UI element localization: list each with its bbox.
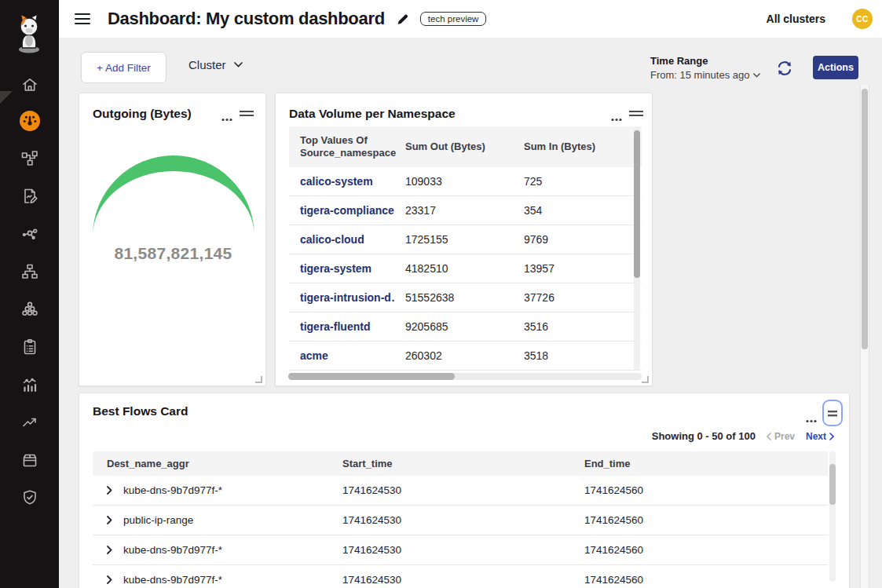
card-title: Outgoing (Bytes) [93,107,192,121]
cluster-group-icon [20,300,39,319]
expand-chevron-icon[interactable] [107,486,112,495]
namespace-link[interactable]: tigera-system [289,262,394,275]
add-filter-button[interactable]: + Add Filter [81,52,167,83]
dest-name: kube-dns-9b7d977f-* [123,484,222,496]
sidebar-item-statistics[interactable] [0,369,59,400]
namespace-link[interactable]: calico-system [289,175,394,188]
sidebar [0,0,59,588]
page-scrollbar-thumb[interactable] [862,89,868,349]
edit-pencil-icon[interactable] [396,13,409,26]
namespace-link[interactable]: tigera-intrusion-d… [289,291,394,304]
chevron-left-icon [767,433,771,440]
end-time: 1741624560 [570,514,828,526]
tech-preview-badge: tech preview [420,12,487,26]
home-icon [20,75,39,94]
gauge-value: 81,587,821,145 [79,244,267,263]
table-row[interactable]: kube-dns-9b7d977f-* 1741624530 174162456… [93,565,828,588]
table-row: acme 260302 3518 [289,341,642,371]
sum-in-value: 3518 [513,349,642,362]
sum-out-value: 260302 [394,349,513,362]
report-edit-icon [20,187,39,206]
table-header-row: Dest_name_aggr Start_time End_time [93,451,828,476]
sidebar-item-dashboards[interactable] [0,105,59,137]
sum-in-value: 37726 [513,291,642,304]
expand-chevron-icon[interactable] [107,516,112,524]
start-time: 1741624530 [328,574,570,586]
table-row[interactable]: kube-dns-9b7d977f-* 1741624530 174162456… [93,476,828,506]
table-row[interactable]: public-ip-range 1741624530 1741624560 [93,506,828,535]
expand-chevron-icon[interactable] [107,546,112,554]
trending-icon [20,413,39,432]
sidebar-item-sitemap[interactable] [0,256,59,287]
namespace-link[interactable]: tigera-compliance [289,204,394,217]
namespace-link[interactable]: acme [289,349,394,362]
dest-name: public-ip-range [123,514,193,526]
table-row: calico-cloud 1725155 9769 [289,225,642,254]
card-menu-button[interactable] [805,412,818,426]
column-header-start: Start_time [328,458,570,469]
next-button[interactable]: Next [806,431,834,442]
clipboard-icon [20,338,39,356]
card-resize-handle[interactable] [255,376,262,383]
refresh-button[interactable] [776,60,793,77]
card-drag-handle[interactable] [240,108,254,119]
expand-chevron-icon[interactable] [107,575,112,584]
card-drag-handle-focused[interactable] [822,400,843,426]
sum-out-value: 23317 [394,204,513,217]
sum-out-value: 1725155 [394,233,513,246]
card-resize-handle[interactable] [642,376,649,383]
sidebar-item-trending[interactable] [0,407,59,438]
time-range-value[interactable]: From: 15 minutes ago [650,69,760,81]
sidebar-item-home[interactable] [0,69,59,100]
sum-out-value: 109033 [394,175,513,188]
showing-count: Showing 0 - 50 of 100 [652,430,756,442]
sum-out-value: 9205685 [394,320,513,333]
time-range-control: Time Range From: 15 minutes ago [650,55,760,81]
all-clusters-selector[interactable]: All clusters [767,13,825,25]
table-header-row: Top Values Of Source_namespace Sum Out (… [289,126,642,167]
time-range-label: Time Range [650,55,760,67]
hamburger-menu-icon[interactable] [75,10,90,27]
namespace-link[interactable]: calico-cloud [289,233,394,246]
column-header-end: End_time [570,458,828,469]
column-header-sum-in: Sum In (Bytes) [513,141,642,153]
cluster-dropdown[interactable]: Cluster [188,58,243,71]
ellipsis-icon [221,118,233,122]
sidebar-item-service-graph[interactable] [0,218,59,250]
card-title: Best Flows Card [93,404,188,418]
sidebar-item-security[interactable] [0,482,59,513]
chevron-down-icon [234,62,243,68]
service-graph-icon [20,225,39,243]
prev-button[interactable]: Prev [767,431,795,442]
ellipsis-icon [610,118,623,122]
card-drag-handle[interactable] [629,108,643,119]
table-row[interactable]: kube-dns-9b7d977f-* 1741624530 174162456… [93,535,828,565]
top-header: Dashboard: My custom dashboard tech prev… [59,0,882,38]
user-avatar[interactable]: CC [852,9,873,29]
sidebar-item-topology[interactable] [0,143,59,174]
card-menu-button[interactable] [221,111,233,125]
package-icon [20,451,39,469]
sidebar-item-compliance[interactable] [0,331,59,363]
table-row: calico-system 109033 725 [289,167,642,196]
sum-in-value: 9769 [513,233,642,246]
topology-icon [20,149,39,168]
vertical-scrollbar-thumb[interactable] [829,464,836,505]
sidebar-item-reports[interactable] [0,181,59,212]
sidebar-item-packages[interactable] [0,444,59,476]
sum-in-value: 725 [513,175,642,188]
namespace-table: Top Values Of Source_namespace Sum Out (… [289,126,642,371]
namespace-link[interactable]: tigera-fluentd [289,320,394,333]
actions-button[interactable]: Actions [813,56,858,79]
gauge-arc [79,148,267,250]
table-row: tigera-system 4182510 13957 [289,254,642,283]
vertical-scrollbar-thumb[interactable] [634,130,640,278]
statistics-icon [20,375,39,394]
horizontal-scrollbar-thumb[interactable] [288,373,455,380]
sum-in-value: 3516 [513,320,642,333]
cluster-dropdown-label: Cluster [188,58,226,71]
end-time: 1741624560 [570,574,828,586]
sidebar-item-cluster-group[interactable] [0,294,59,325]
card-menu-button[interactable] [610,111,623,125]
sitemap-icon [20,262,39,281]
